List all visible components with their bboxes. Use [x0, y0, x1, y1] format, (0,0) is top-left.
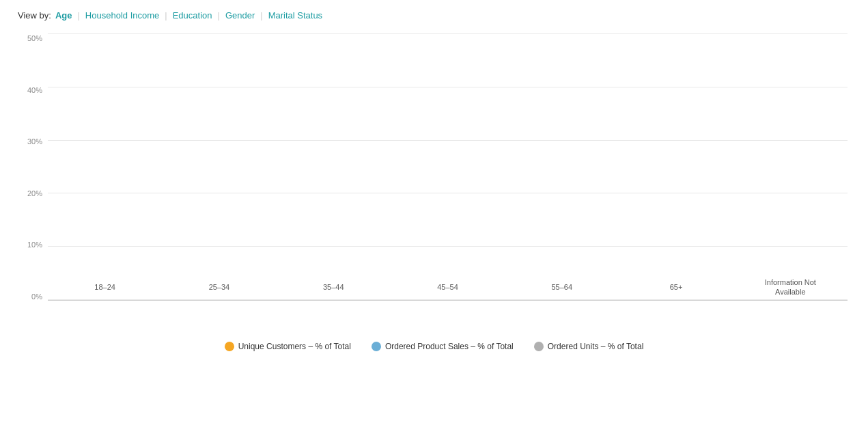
legend-dot-orange [225, 342, 234, 351]
y-label: 20% [14, 189, 48, 197]
legend-item: Ordered Units – % of Total [534, 342, 644, 351]
chart-area: 18–2425–3435–4445–5455–6465+Information … [48, 34, 848, 301]
legend: Unique Customers – % of TotalOrdered Pro… [14, 342, 854, 351]
x-label: 65+ [619, 274, 733, 300]
x-label: 45–54 [391, 274, 505, 300]
view-by-link-marital-status[interactable]: Marital Status [268, 10, 322, 21]
legend-label: Unique Customers – % of Total [238, 342, 351, 351]
y-label: 30% [14, 137, 48, 146]
legend-dot-gray [534, 342, 544, 351]
y-axis: 0%10%20%30%40%50% [14, 34, 48, 301]
x-labels: 18–2425–3435–4445–5455–6465+Information … [48, 274, 848, 300]
legend-dot-blue [372, 342, 381, 351]
bars-wrapper [48, 34, 848, 300]
view-by-link-age[interactable]: Age [55, 10, 72, 21]
legend-label: Ordered Product Sales – % of Total [385, 342, 514, 351]
view-by-link-education[interactable]: Education [173, 10, 212, 21]
view-by-label: View by: [18, 10, 51, 21]
chart-container: 0%10%20%30%40%50% 18–2425–3435–4445–5455… [14, 34, 854, 328]
y-label: 40% [14, 86, 48, 94]
x-label: 55–64 [505, 274, 619, 300]
x-label: 25–34 [162, 274, 276, 300]
x-label: 18–24 [48, 274, 162, 300]
y-label: 50% [14, 34, 48, 42]
y-label: 0% [14, 292, 48, 301]
x-label: 35–44 [277, 274, 391, 300]
legend-item: Unique Customers – % of Total [225, 342, 351, 351]
nav-separator: | [77, 10, 79, 21]
y-label: 10% [14, 241, 48, 249]
view-by-link-household-income[interactable]: Household Income [85, 10, 159, 21]
view-by-nav: View by:Age|Household Income|Education|G… [14, 10, 854, 21]
nav-separator: | [165, 10, 167, 21]
nav-separator: | [217, 10, 219, 21]
view-by-link-gender[interactable]: Gender [225, 10, 255, 21]
legend-item: Ordered Product Sales – % of Total [372, 342, 514, 351]
legend-label: Ordered Units – % of Total [548, 342, 644, 351]
nav-separator: | [260, 10, 262, 21]
x-label: Information Not Available [733, 274, 848, 300]
